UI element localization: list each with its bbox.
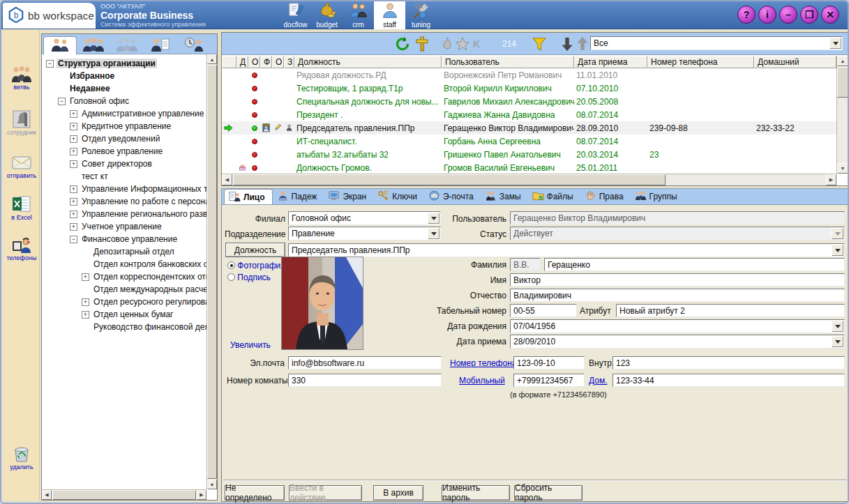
tree-item[interactable]: Руководство финансовой деятель [42,321,206,333]
collapse-icon[interactable]: − [58,98,66,105]
tree-item-label[interactable]: Руководство финансовой деятель [92,322,206,332]
sidebar-action-ветвь[interactable]: ветвь [3,64,40,91]
tab-Файлы[interactable]: Файлы [528,189,580,204]
tree-item[interactable]: +Отдел ресурсного регулирования [42,296,206,308]
scroll-right-icon[interactable]: ▶ [197,490,206,500]
home-phone-link[interactable]: Дом. [589,376,608,385]
module-docflow[interactable]: docflow [280,1,311,29]
expand-icon[interactable]: + [70,160,77,168]
birthdate-picker[interactable]: 07/04/1956 [510,319,845,333]
scroll-down-icon[interactable]: ▼ [837,163,848,174]
tree-item[interactable]: +Совет директоров [42,158,206,170]
maximize-button[interactable]: ❒ [800,6,818,24]
hiredate-picker[interactable]: 28/09/2010 [510,335,845,349]
tree-item[interactable]: +Кредитное управление [42,120,206,132]
expand-icon[interactable]: + [70,211,77,218]
tree-item[interactable]: Избранное [42,70,206,82]
column-header-Номер телефона[interactable]: Номер телефона [647,56,754,68]
email-field[interactable] [288,356,442,369]
radio-selected-icon[interactable] [227,261,235,269]
scrollbar-thumb[interactable] [233,174,666,185]
scroll-right-icon[interactable]: ▶ [826,174,836,185]
sidebar-action-сотрудник[interactable]: сотрудник [3,109,40,137]
surname-field[interactable] [544,258,845,271]
photo-radio[interactable]: Фотография [227,261,285,270]
position-select[interactable]: Председатель правления.ППр [288,243,845,257]
tab-Э-почта[interactable]: Э-почта [424,189,481,204]
tree-item-label[interactable]: Совет директоров [80,159,153,169]
tree-item-label[interactable]: Недавнее [68,84,112,93]
scrollbar-thumb[interactable] [52,490,196,500]
scroll-up-icon[interactable]: ▲ [837,56,848,66]
help-button[interactable]: ? [737,6,756,24]
scroll-down-icon[interactable]: ▼ [207,480,217,489]
column-header-О[interactable]: О [248,56,260,68]
module-budget[interactable]: budget [311,1,343,29]
dropdown-arrow-icon[interactable] [428,213,439,224]
tree-item[interactable]: +Отдел корреспондентских отноше [42,270,206,283]
tree-item[interactable]: Депозитарный отдел [42,245,206,258]
expand-icon[interactable]: + [70,123,77,130]
personnel-number-field[interactable] [510,304,577,317]
table-row[interactable]: ИТ-специалист.Горбань Анна Сергеевна08.0… [222,135,836,148]
tree-item-label[interactable]: Отдел контроля банковских опера [92,259,206,269]
position-button[interactable]: Должность [225,243,285,257]
tree-item[interactable]: Отдел контроля банковских опера [42,258,206,270]
dropdown-arrow-icon[interactable] [829,38,841,49]
star-icon[interactable] [455,36,470,52]
tree-item-label[interactable]: Отдел корреспондентских отноше [92,272,206,282]
column-header-Домашний[interactable]: Домашний [754,56,836,68]
table-row[interactable]: атыбаты 32.атыбаты 32Гришенко Павел Анат… [222,148,836,161]
signature-radio[interactable]: Подпись [227,273,271,282]
table-row[interactable]: Председатель правления.ППрГеращенко Викт… [222,121,836,135]
phone-link[interactable]: Номер телефона [450,358,516,368]
scroll-left-icon[interactable]: ◀ [222,174,232,185]
table-row[interactable]: Специальная должность для новы...Гаврило… [222,95,836,108]
tree-item-label[interactable]: тест кт [80,171,110,181]
tree-item[interactable]: +Ролевое управление [42,145,206,158]
module-crm[interactable]: crm [343,1,374,29]
expand-icon[interactable]: + [70,135,77,143]
mobile-field[interactable] [513,374,585,387]
column-header-Пользователь[interactable]: Пользователь [442,56,574,68]
footer-button-5[interactable]: Сбросить пароль [514,485,583,501]
expand-icon[interactable]: + [82,298,89,306]
column-header-О[interactable]: О [272,56,284,68]
tree-item-label[interactable]: Управление по работе с персоналом [80,197,206,206]
move-up-icon[interactable] [575,36,590,52]
tree-item-label[interactable]: Финансовое управление [80,234,179,244]
dropdown-arrow-icon[interactable] [832,245,843,256]
column-header-Должность[interactable]: Должность [294,56,442,68]
grid-vertical-scrollbar[interactable]: ▲ ▼ [836,56,848,174]
tree-item-label[interactable]: Избранное [68,71,116,81]
tree-item-label[interactable]: Учетное управление [80,222,163,231]
tree-item[interactable]: +Управление регионального развития [42,208,206,220]
dropdown-arrow-icon[interactable] [428,228,439,239]
info-button[interactable]: i [758,6,776,24]
tree-item-label[interactable]: Отдел ресурсного регулирования [92,297,206,307]
enlarge-photo-link[interactable]: Увеличить [230,340,271,350]
tree-item-label[interactable]: Управление Информационных технол [80,184,206,194]
branch-select[interactable]: Головной офис [288,211,441,225]
table-row[interactable]: Рядовая должность.РДВоронежский Петр Ром… [222,68,836,82]
tab-Падеж[interactable]: Падеж [273,189,324,204]
tree-item[interactable]: +Управление по работе с персоналом [42,195,206,208]
tree-item[interactable]: −Структура организации [42,57,206,70]
expand-icon[interactable]: + [70,110,77,118]
attribute-field[interactable] [616,304,845,317]
minimize-button[interactable]: – [779,6,797,24]
expand-icon[interactable]: + [70,198,77,206]
tab-Лицо[interactable]: Лицо [224,189,273,204]
sidebar-action-удалить[interactable]: удалить [3,444,40,471]
tree-item[interactable]: +Учетное управление [42,220,206,233]
module-tuning[interactable]: tuning [405,1,437,29]
tab-Права[interactable]: Права [580,189,631,204]
collapse-icon[interactable]: − [70,236,77,243]
collapse-icon[interactable]: − [46,60,54,68]
column-header-Д[interactable]: Д [236,56,248,68]
tree-item[interactable]: −Головной офис [42,95,206,107]
tree-item-label[interactable]: Отдел ценных бумаг [92,310,174,319]
sidebar-action-отправить[interactable]: отправить [3,153,40,180]
column-header-Дата приема[interactable]: Дата приема [574,56,647,68]
scrollbar-thumb[interactable] [837,67,848,98]
